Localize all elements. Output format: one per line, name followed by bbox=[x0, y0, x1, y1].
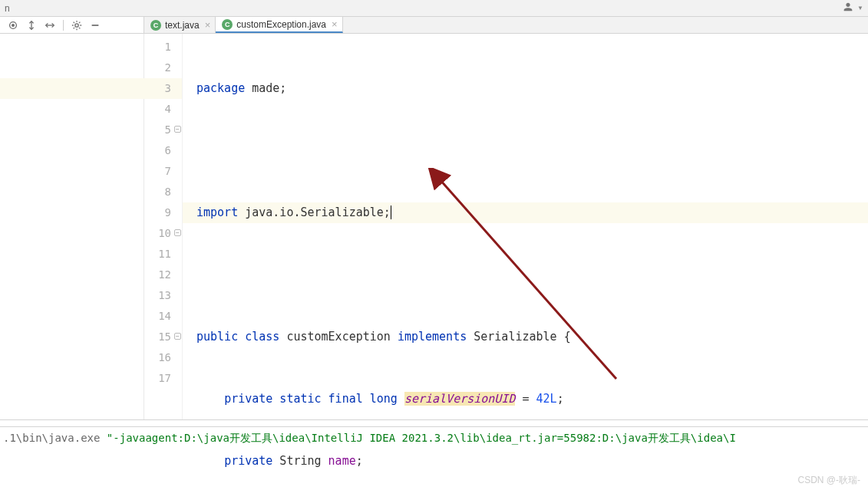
collapse-icon[interactable] bbox=[43, 18, 57, 32]
code-line: public class customException implements … bbox=[183, 327, 868, 347]
code-line bbox=[183, 265, 868, 285]
java-class-icon: C bbox=[150, 20, 161, 31]
code-line: private static final long serialVersionU… bbox=[183, 389, 868, 409]
line-number: 4 bbox=[144, 99, 182, 120]
line-number: 15− bbox=[144, 327, 182, 347]
line-number: 11 bbox=[144, 244, 182, 265]
line-number: 17 bbox=[144, 368, 182, 389]
tab-custom-exception[interactable]: C customException.java × bbox=[216, 17, 342, 33]
line-highlight-left bbox=[0, 78, 144, 99]
fold-icon[interactable]: − bbox=[174, 333, 181, 340]
svg-point-4 bbox=[75, 23, 78, 26]
line-number: 10− bbox=[144, 223, 182, 244]
line-number: 9 bbox=[144, 202, 182, 223]
editor-tabs: C text.java × C customException.java × bbox=[144, 17, 868, 33]
code-area[interactable]: package made; import java.io.Serializabl… bbox=[183, 34, 868, 419]
code-line: private String name; bbox=[183, 451, 868, 472]
fold-icon[interactable]: − bbox=[174, 126, 181, 133]
target-icon[interactable] bbox=[6, 18, 20, 32]
title-right: ▼ bbox=[842, 1, 863, 15]
line-number: 5− bbox=[144, 120, 182, 140]
chevron-down-icon[interactable]: ▼ bbox=[857, 5, 863, 12]
editor: 1 2 3 4 5− 6 7 8 9 10− 11 12 13 14 15− 1… bbox=[0, 34, 868, 419]
tab-label: text.java bbox=[165, 20, 200, 31]
line-number: 8 bbox=[144, 182, 182, 202]
tab-text-java[interactable]: C text.java × bbox=[144, 17, 216, 33]
left-panel bbox=[0, 34, 144, 419]
line-number: 2 bbox=[144, 58, 182, 78]
line-number: 14 bbox=[144, 306, 182, 327]
code-line bbox=[183, 140, 868, 161]
tab-label: customException.java bbox=[236, 19, 326, 30]
line-number: 1 bbox=[144, 37, 182, 58]
line-number: 7 bbox=[144, 161, 182, 182]
title-bar: n ▼ bbox=[0, 0, 868, 17]
line-number: 6 bbox=[144, 140, 182, 161]
line-number: 3 bbox=[144, 78, 182, 99]
title-left: n bbox=[5, 3, 10, 14]
gear-icon[interactable] bbox=[70, 18, 84, 32]
fold-icon[interactable]: − bbox=[174, 229, 181, 236]
line-number: 16 bbox=[144, 347, 182, 368]
line-number: 13 bbox=[144, 285, 182, 306]
java-class-icon: C bbox=[222, 19, 233, 30]
close-icon[interactable]: × bbox=[205, 19, 211, 31]
gutter: 1 2 3 4 5− 6 7 8 9 10− 11 12 13 14 15− 1… bbox=[144, 34, 183, 419]
separator bbox=[63, 20, 64, 31]
watermark: CSDN @-耿瑞- bbox=[797, 474, 860, 487]
toolbar-tabs-row: C text.java × C customException.java × bbox=[0, 17, 868, 34]
code-line: package made; bbox=[183, 78, 868, 99]
svg-point-1 bbox=[12, 24, 15, 26]
close-icon[interactable]: × bbox=[332, 18, 338, 30]
line-number: 12 bbox=[144, 265, 182, 285]
code-line: import java.io.Serializable; bbox=[183, 202, 868, 223]
toolbar bbox=[0, 17, 144, 33]
minimize-icon[interactable] bbox=[88, 18, 102, 32]
console-text: .1\bin\java.exe bbox=[3, 432, 107, 444]
expand-icon[interactable] bbox=[25, 18, 38, 32]
user-icon[interactable] bbox=[842, 1, 854, 15]
